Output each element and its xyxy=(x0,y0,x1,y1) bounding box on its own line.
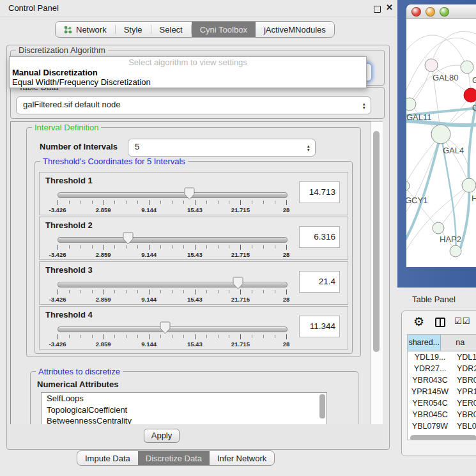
threshold-value-field[interactable]: 11.344 xyxy=(299,316,340,337)
threshold-value-field[interactable]: 21.4 xyxy=(299,271,340,293)
node-label: GAL4 xyxy=(443,146,464,155)
threshold-slider[interactable]: -3.4262.8599.14415.4321.71528 xyxy=(55,321,291,348)
tab-style[interactable]: Style xyxy=(116,22,151,37)
table-row[interactable]: YPR145WYPR1 xyxy=(408,386,476,397)
tab-network[interactable]: Network xyxy=(56,22,115,37)
tab-impute-data[interactable]: Impute Data xyxy=(77,451,138,465)
slider-thumb[interactable] xyxy=(123,232,134,245)
zoom-traffic-light[interactable] xyxy=(440,7,449,17)
slider-thumb[interactable] xyxy=(233,277,243,289)
network-node[interactable] xyxy=(450,245,461,257)
tab-jactivemnodules[interactable]: jActiveMNodules xyxy=(256,22,334,37)
slider-track[interactable] xyxy=(58,237,288,243)
tab-label: Select xyxy=(160,25,183,35)
tick-label: 9.144 xyxy=(141,341,157,348)
network-node[interactable] xyxy=(462,178,476,192)
network-node[interactable] xyxy=(461,61,473,73)
column-header-name[interactable]: na xyxy=(441,335,476,351)
cell-name[interactable]: YBR0 xyxy=(452,409,476,420)
cell-name[interactable]: YLR3 xyxy=(452,432,476,433)
tick-label: -3.426 xyxy=(49,296,66,303)
tick-label: 28 xyxy=(283,251,290,258)
scrollbar-thumb[interactable] xyxy=(373,131,380,352)
network-node[interactable] xyxy=(433,222,444,234)
num-intervals-combobox[interactable]: 5 ▲▼ xyxy=(128,139,316,157)
minimize-traffic-light[interactable] xyxy=(426,7,435,17)
tick-label: -3.426 xyxy=(49,206,66,213)
cell-shared-name[interactable]: YBR045C xyxy=(408,409,452,420)
table-row[interactable]: YBL079WYBL0 xyxy=(408,420,476,432)
network-icon xyxy=(64,26,72,34)
tab-label: Discretize Data xyxy=(146,454,202,463)
cell-shared-name[interactable]: YDL19... xyxy=(408,351,452,363)
cell-shared-name[interactable]: YER054C xyxy=(408,397,452,409)
network-edge xyxy=(410,65,467,104)
close-traffic-light[interactable] xyxy=(411,7,421,17)
float-window-icon[interactable] xyxy=(374,6,381,13)
table-row[interactable]: YLR345WYLR3 xyxy=(408,432,476,433)
slider-track[interactable] xyxy=(58,282,288,288)
slider-minor-ticks xyxy=(58,201,287,204)
group-label: Threshold's Coordinates for 5 Intervals xyxy=(40,157,188,166)
combobox-value: 5 xyxy=(135,139,139,155)
cell-name[interactable]: YBR0 xyxy=(452,374,476,386)
attribute-list-item[interactable]: SelfLoops xyxy=(42,393,326,404)
table-data-combobox[interactable]: galFiltered.sif default node ▲▼ xyxy=(16,96,371,114)
cell-shared-name[interactable]: YBL079W xyxy=(408,420,452,432)
network-node[interactable] xyxy=(464,88,476,102)
table-row[interactable]: YER054CYER0 xyxy=(408,397,476,409)
tick-label: 15.43 xyxy=(187,341,203,348)
column-header-shared-name[interactable]: shared... xyxy=(408,335,441,351)
close-icon[interactable]: ✕ xyxy=(386,3,393,12)
cell-name[interactable]: YPR1 xyxy=(452,386,476,397)
network-canvas[interactable]: GAL80GCGAL11GAL4GCY1HHAP2 xyxy=(406,19,476,267)
slider-track[interactable] xyxy=(58,192,288,198)
tab-select[interactable]: Select xyxy=(151,22,191,37)
horizontal-scrollbar-thumb[interactable] xyxy=(410,435,476,440)
tab-label: Infer Network xyxy=(217,454,266,463)
cell-shared-name[interactable]: YLR345W xyxy=(408,432,452,433)
cell-shared-name[interactable]: YDR27... xyxy=(408,363,452,374)
tab-label: Style xyxy=(124,25,142,35)
threshold-slider[interactable]: -3.4262.8599.14415.4321.71528 xyxy=(55,276,291,303)
network-node[interactable] xyxy=(406,98,416,111)
dropdown-option-manual[interactable]: Manual Discretization xyxy=(10,68,366,77)
checkbox-icons[interactable]: ☑☑ xyxy=(454,316,470,326)
slider-track[interactable] xyxy=(58,326,288,332)
vertical-scrollbar[interactable] xyxy=(371,121,383,426)
cell-shared-name[interactable]: YBR043C xyxy=(408,374,452,386)
dropdown-option-equal-width[interactable]: Equal Width/Frequency Discretization xyxy=(10,77,366,87)
group-label: Attributes to discretize xyxy=(36,367,123,376)
slider-thumb[interactable] xyxy=(184,187,195,200)
tab-discretize-data[interactable]: Discretize Data xyxy=(138,451,210,465)
network-node[interactable] xyxy=(406,181,410,191)
threshold-value-field[interactable]: 14.713 xyxy=(299,181,340,203)
list-scrollbar[interactable] xyxy=(319,394,325,418)
gear-icon[interactable]: ⚙ xyxy=(413,314,424,329)
slider-thumb[interactable] xyxy=(160,321,171,334)
table-row[interactable]: YBR045CYBR0 xyxy=(408,409,476,420)
attribute-list-item[interactable]: TopologicalCoefficient xyxy=(42,404,326,416)
table-row[interactable]: YDR27...YDR2 xyxy=(408,363,476,374)
cell-name[interactable]: YDL1 xyxy=(452,351,476,363)
tick-label: 28 xyxy=(283,296,290,303)
cell-name[interactable]: YER0 xyxy=(452,397,476,409)
network-node[interactable] xyxy=(425,59,438,72)
network-node[interactable] xyxy=(431,125,450,144)
cell-shared-name[interactable]: YPR145W xyxy=(408,386,452,397)
tab-cyni-toolbox[interactable]: Cyni Toolbox xyxy=(192,22,256,37)
apply-button[interactable]: Apply xyxy=(144,429,180,443)
split-columns-icon[interactable] xyxy=(435,318,445,327)
threshold-slider[interactable]: -3.4262.8599.14415.4321.71528 xyxy=(55,231,291,258)
table-row[interactable]: YBR043CYBR0 xyxy=(408,374,476,386)
threshold-label: Threshold 1 xyxy=(45,176,93,185)
cell-name[interactable]: YBL0 xyxy=(452,420,476,432)
tab-infer-network[interactable]: Infer Network xyxy=(210,451,274,465)
cell-name[interactable]: YDR2 xyxy=(452,363,476,374)
threshold-value-field[interactable]: 6.316 xyxy=(299,226,340,248)
slider-minor-ticks xyxy=(58,245,287,249)
threshold-slider[interactable]: -3.4262.8599.14415.4321.71528 xyxy=(55,187,291,213)
numerical-attributes-list[interactable]: SelfLoopsTopologicalCoefficientBetweenne… xyxy=(41,392,327,426)
table-row[interactable]: YDL19...YDL1 xyxy=(408,351,476,363)
numerical-attributes-label: Numerical Attributes xyxy=(37,380,118,389)
